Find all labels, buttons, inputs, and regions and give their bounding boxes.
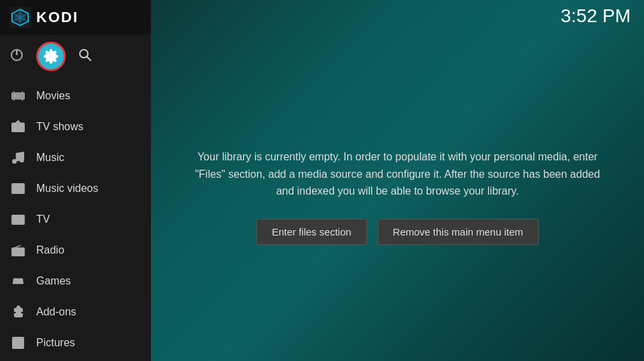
kodi-title: KODI xyxy=(36,9,78,26)
settings-button[interactable] xyxy=(36,42,66,71)
sidebar-item-addons[interactable]: Add-ons xyxy=(0,297,151,327)
svg-point-20 xyxy=(20,250,23,253)
sidebar-icons-row xyxy=(0,35,151,78)
sidebar: KODI M xyxy=(0,0,151,361)
svg-line-9 xyxy=(87,56,91,60)
tv-icon xyxy=(9,211,27,228)
svg-point-11 xyxy=(14,95,17,97)
svg-point-15 xyxy=(20,158,24,162)
svg-rect-17 xyxy=(12,215,24,225)
power-icon[interactable] xyxy=(9,48,24,66)
empty-library-box: Your library is currently empty. In orde… xyxy=(191,148,604,245)
addons-icon xyxy=(9,303,27,321)
radio-icon xyxy=(9,242,27,259)
musicvideos-label: Music videos xyxy=(36,183,98,195)
gear-icon xyxy=(43,48,59,64)
radio-label: Radio xyxy=(36,244,64,256)
action-buttons: Enter files section Remove this main men… xyxy=(191,219,604,245)
svg-point-23 xyxy=(15,340,17,342)
sidebar-item-pictures[interactable]: Pictures xyxy=(0,327,151,358)
nav-menu: Movies TV shows Music Music videos xyxy=(0,78,151,361)
svg-point-14 xyxy=(13,160,17,164)
tv-label: TV xyxy=(36,213,50,225)
sidebar-item-movies[interactable]: Movies xyxy=(0,81,151,111)
center-area: Your library is currently empty. In orde… xyxy=(151,32,644,361)
svg-rect-12 xyxy=(12,123,24,132)
search-icon[interactable] xyxy=(78,48,93,66)
movies-label: Movies xyxy=(36,90,70,102)
remove-menu-item-button[interactable]: Remove this main menu item xyxy=(378,219,539,245)
main-content: 3:52 PM Your library is currently empty.… xyxy=(151,0,644,361)
sidebar-item-tv[interactable]: TV xyxy=(0,204,151,235)
tvshows-icon xyxy=(9,118,27,136)
sidebar-item-tvshows[interactable]: TV shows xyxy=(0,111,151,142)
games-icon xyxy=(9,272,27,290)
music-label: Music xyxy=(36,152,64,164)
enter-files-button[interactable]: Enter files section xyxy=(256,219,366,245)
sidebar-item-musicvideos[interactable]: Music videos xyxy=(0,173,151,204)
movies-icon xyxy=(9,87,27,105)
musicvideos-icon xyxy=(9,180,27,197)
addons-label: Add-ons xyxy=(36,306,76,318)
pictures-label: Pictures xyxy=(36,337,75,349)
sidebar-item-music[interactable]: Music xyxy=(0,142,151,173)
pictures-icon xyxy=(9,334,27,352)
topbar: 3:52 PM xyxy=(151,0,644,32)
games-label: Games xyxy=(36,275,71,287)
sidebar-item-games[interactable]: Games xyxy=(0,266,151,297)
tvshows-label: TV shows xyxy=(36,121,83,133)
sidebar-header: KODI xyxy=(0,0,151,35)
empty-library-message: Your library is currently empty. In orde… xyxy=(191,148,604,200)
clock-display: 3:52 PM xyxy=(561,5,631,27)
music-icon xyxy=(9,149,27,166)
sidebar-item-radio[interactable]: Radio xyxy=(0,235,151,266)
kodi-logo-icon xyxy=(9,7,31,28)
